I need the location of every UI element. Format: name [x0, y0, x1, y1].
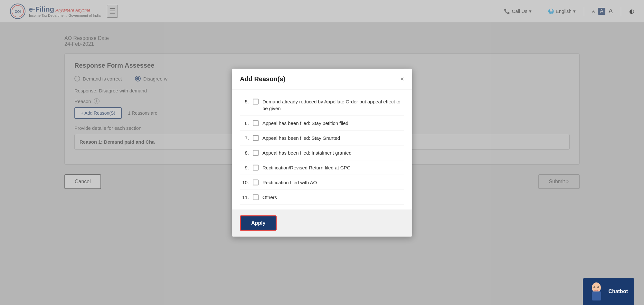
chatbot-label: Chatbot — [609, 289, 628, 294]
reason-number: 5. — [240, 98, 249, 104]
reason-number: 10. — [240, 179, 249, 185]
reason-text: Appeal has been filed: Stay Granted — [262, 134, 340, 141]
modal-body: 5. Demand already reduced by Appellate O… — [232, 89, 412, 209]
reason-number: 8. — [240, 149, 249, 155]
reason-item: 10. Rectification filed with AO — [240, 175, 404, 190]
reason-item: 9. Rectification/Revised Return filed at… — [240, 160, 404, 175]
reason-item: 6. Appeal has been filed: Stay petition … — [240, 116, 404, 130]
reason-checkbox[interactable] — [253, 150, 259, 156]
svg-point-6 — [597, 286, 599, 288]
reason-text: Appeal has been filed: Instalment grante… — [262, 149, 352, 156]
chatbot-widget[interactable]: Chatbot — [583, 278, 634, 305]
modal-header: Add Reason(s) × — [232, 69, 412, 89]
reason-text: Appeal has been filed: Stay petition fil… — [262, 119, 348, 126]
reason-item: 8. Appeal has been filed: Instalment gra… — [240, 145, 404, 160]
reason-number: 11. — [240, 194, 249, 200]
reason-checkbox[interactable] — [253, 135, 259, 141]
reason-checkbox[interactable] — [253, 179, 259, 185]
reason-checkbox[interactable] — [253, 165, 259, 170]
reason-number: 7. — [240, 134, 249, 140]
reason-text: Demand already reduced by Appellate Orde… — [262, 98, 404, 111]
modal-close-button[interactable]: × — [400, 76, 404, 82]
svg-rect-4 — [592, 291, 601, 300]
apply-button[interactable]: Apply — [240, 215, 277, 231]
add-reasons-modal: Add Reason(s) × 5. Demand already reduce… — [232, 69, 412, 236]
reason-text: Rectification filed with AO — [262, 179, 317, 186]
reason-item: 11. Others — [240, 190, 404, 205]
reason-checkbox[interactable] — [253, 120, 259, 126]
reason-number: 9. — [240, 164, 249, 170]
svg-point-5 — [593, 286, 595, 288]
reason-text: Rectification/Revised Return filed at CP… — [262, 164, 350, 171]
reason-text: Others — [262, 194, 277, 200]
reason-checkbox[interactable] — [253, 194, 259, 200]
reason-number: 6. — [240, 119, 249, 126]
modal-title: Add Reason(s) — [240, 75, 285, 82]
reason-item: 7. Appeal has been filed: Stay Granted — [240, 130, 404, 145]
chatbot-avatar-icon — [589, 282, 604, 301]
reason-checkbox[interactable] — [253, 99, 259, 104]
reason-item: 5. Demand already reduced by Appellate O… — [240, 94, 404, 116]
modal-footer: Apply — [232, 209, 412, 236]
svg-point-3 — [592, 282, 601, 293]
